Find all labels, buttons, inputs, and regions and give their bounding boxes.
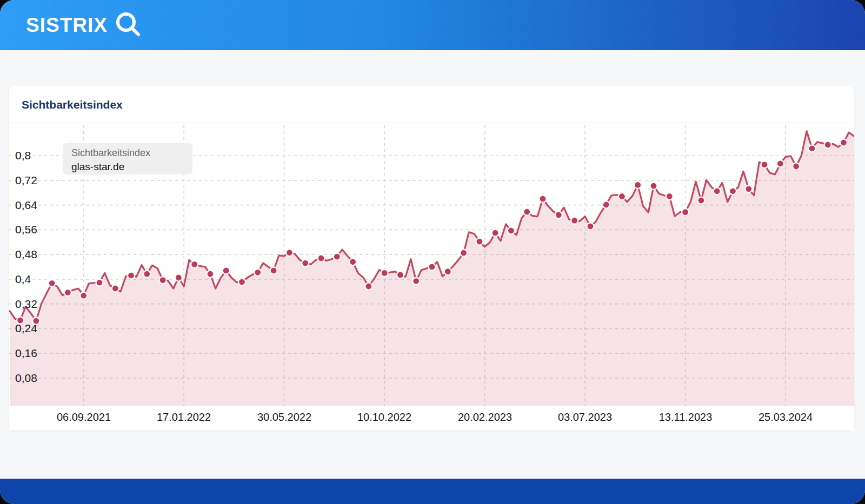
y-tick-label: 0,16 [15, 346, 37, 361]
data-point[interactable] [508, 227, 515, 234]
x-tick-label: 10.10.2022 [357, 411, 411, 424]
data-point[interactable] [714, 187, 721, 194]
y-tick-label: 0,64 [15, 198, 37, 213]
data-point[interactable] [112, 285, 119, 292]
data-point[interactable] [412, 278, 420, 285]
data-point[interactable] [729, 187, 736, 194]
data-point[interactable] [349, 258, 356, 265]
data-point[interactable] [650, 183, 657, 190]
x-tick-label: 30.05.2022 [257, 411, 311, 424]
y-tick-label: 0,08 [15, 371, 37, 386]
data-point[interactable] [302, 260, 309, 267]
data-point[interactable] [793, 163, 800, 170]
data-point[interactable] [223, 267, 230, 274]
data-point[interactable] [238, 279, 245, 286]
data-point[interactable] [824, 142, 831, 149]
data-point[interactable] [444, 268, 451, 275]
data-point[interactable] [808, 145, 815, 152]
data-point[interactable] [80, 292, 87, 299]
data-point[interactable] [334, 253, 341, 260]
data-point[interactable] [540, 196, 547, 203]
x-tick-label: 03.07.2023 [558, 411, 612, 424]
tooltip-metric-label: Sichtbarkeitsindex [71, 146, 184, 160]
y-tick-label: 0,4 [15, 272, 31, 287]
data-point[interactable] [603, 201, 610, 209]
data-point[interactable] [492, 230, 499, 237]
data-point[interactable] [460, 250, 467, 257]
x-tick-label: 13.11.2023 [659, 411, 713, 424]
visibility-chart[interactable]: 0,80,720,640,560,480,40,320,240,160,08 0… [9, 123, 854, 431]
data-point[interactable] [429, 264, 436, 271]
data-point[interactable] [571, 217, 578, 224]
data-point[interactable] [777, 160, 784, 167]
x-tick-label: 17.01.2022 [157, 411, 211, 424]
data-point[interactable] [634, 182, 641, 189]
sistrix-logo[interactable]: SISTRIX [26, 11, 142, 39]
y-tick-label: 0,56 [15, 222, 37, 237]
data-point[interactable] [270, 267, 277, 274]
data-point[interactable] [96, 279, 103, 286]
data-point[interactable] [128, 272, 135, 279]
data-point[interactable] [49, 280, 56, 287]
data-point[interactable] [159, 277, 167, 284]
visibility-index-card: Sichtbarkeitsindex 0,80,720,640,560,480,… [9, 86, 854, 431]
app-window: SISTRIX Sichtbarkeitsindex 0,80,720,640,… [0, 0, 865, 504]
data-point[interactable] [555, 211, 562, 218]
data-point[interactable] [207, 271, 214, 278]
data-point[interactable] [254, 269, 261, 276]
data-point[interactable] [64, 289, 71, 296]
data-point[interactable] [666, 193, 673, 200]
y-tick-label: 0,48 [15, 247, 37, 262]
data-point[interactable] [476, 238, 483, 245]
data-point[interactable] [618, 193, 626, 200]
data-point[interactable] [587, 223, 594, 230]
card-title: Sichtbarkeitsindex [22, 98, 123, 111]
data-point[interactable] [175, 274, 182, 281]
y-tick-label: 0,32 [15, 297, 37, 312]
data-point[interactable] [318, 255, 325, 262]
data-point[interactable] [682, 209, 689, 216]
bottom-bar [0, 478, 865, 504]
data-point[interactable] [191, 261, 198, 268]
card-header: Sichtbarkeitsindex [9, 86, 854, 123]
data-point[interactable] [381, 270, 388, 277]
y-tick-label: 0,72 [15, 173, 37, 188]
data-point[interactable] [745, 185, 752, 192]
data-point[interactable] [761, 161, 768, 168]
data-point[interactable] [143, 271, 150, 278]
data-point[interactable] [397, 271, 404, 278]
tooltip-domain: glas-star.de [71, 160, 184, 173]
y-tick-label: 0,24 [15, 321, 37, 336]
data-point[interactable] [365, 283, 372, 290]
data-point[interactable] [840, 139, 847, 146]
data-point[interactable] [523, 209, 530, 216]
top-navigation-bar: SISTRIX [0, 0, 865, 50]
series-legend-tooltip: Sichtbarkeitsindex glas-star.de [63, 143, 192, 174]
data-point[interactable] [286, 249, 293, 256]
data-point[interactable] [697, 197, 704, 204]
y-tick-label: 0,8 [15, 148, 31, 163]
x-tick-label: 20.02.2023 [458, 411, 512, 424]
x-tick-label: 25.03.2024 [758, 411, 813, 424]
search-icon[interactable] [114, 11, 142, 39]
x-axis-labels: 06.09.202117.01.202230.05.202210.10.2022… [9, 406, 854, 431]
x-tick-label: 06.09.2021 [57, 411, 111, 424]
brand-wordmark: SISTRIX [26, 15, 108, 35]
